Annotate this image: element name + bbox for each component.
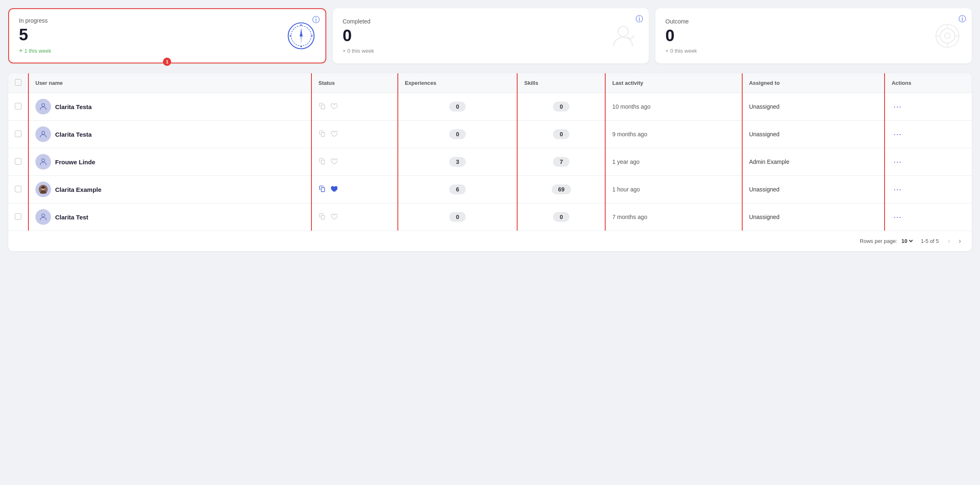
users-table: User name Status Experiences Skills Last…: [8, 73, 972, 231]
svg-point-12: [945, 33, 950, 39]
svg-rect-26: [321, 187, 325, 191]
copy-icon-2[interactable]: [318, 130, 326, 139]
svg-rect-28: [321, 215, 325, 219]
spacer-col: [237, 148, 311, 176]
table-row: Clarita Testa 009 months agoUnassigned⋯: [8, 121, 972, 148]
more-actions-button-1[interactable]: ⋯: [892, 100, 904, 113]
copy-icon-1[interactable]: [318, 102, 326, 112]
stat-card-left-completed: Completed 0 + 0 this week: [343, 18, 374, 54]
svg-rect-22: [321, 160, 325, 164]
more-actions-button-5[interactable]: ⋯: [892, 210, 904, 224]
svg-point-5: [300, 24, 302, 26]
status-icons-4: [318, 185, 391, 194]
table-footer: Rows per page: 10 25 50 1-5 of 5 ‹ ›: [8, 231, 972, 251]
svg-point-17: [42, 104, 44, 107]
last-activity-1: 10 months ago: [612, 103, 650, 110]
row-checkbox-4[interactable]: [15, 186, 21, 192]
last-activity-3: 1 year ago: [612, 159, 639, 165]
assigned-to-5: Unassigned: [749, 214, 780, 220]
page-info: 1-5 of 5: [921, 238, 939, 244]
stat-week-completed: + 0 this week: [343, 48, 374, 54]
annotation-badge-1: 1: [163, 58, 171, 66]
experiences-badge-5: 0: [449, 212, 466, 222]
skills-badge-2: 0: [553, 129, 569, 139]
info-icon-inprogress[interactable]: ⓘ: [312, 15, 320, 25]
svg-marker-3: [300, 28, 302, 36]
th-empty: [237, 73, 311, 93]
row-checkbox-1[interactable]: [15, 103, 21, 110]
th-checkbox: [8, 73, 28, 93]
user-name-5: Clarita Test: [55, 214, 88, 221]
avatar-3: [35, 154, 51, 170]
user-name-2: Clarita Testa: [55, 131, 92, 138]
stat-number-completed: 0: [343, 27, 374, 44]
avatar-4: [35, 182, 51, 197]
th-assigned-to: Assigned to: [742, 73, 885, 93]
experiences-badge-1: 0: [449, 102, 466, 112]
table-body: Clarita Testa 0010 months agoUnassigned⋯…: [8, 93, 972, 231]
like-icon-4[interactable]: [330, 185, 337, 194]
svg-rect-20: [321, 132, 325, 136]
svg-point-8: [311, 35, 313, 37]
rows-per-page-select[interactable]: 10 25 50: [900, 238, 914, 245]
skills-badge-1: 0: [553, 102, 569, 112]
more-actions-button-3[interactable]: ⋯: [892, 155, 904, 168]
table-header-row: User name Status Experiences Skills Last…: [8, 73, 972, 93]
last-activity-2: 9 months ago: [612, 131, 647, 138]
table-row: Clarita Example 6691 hour agoUnassigned⋯: [8, 176, 972, 203]
assigned-to-2: Unassigned: [749, 131, 780, 138]
status-icons-5: [318, 212, 391, 222]
th-last-activity: Last activity: [605, 73, 742, 93]
copy-icon-4[interactable]: [318, 185, 326, 194]
svg-marker-4: [300, 36, 302, 44]
assigned-to-3: Admin Example: [749, 159, 790, 165]
pagination-nav: ‹ ›: [945, 236, 964, 246]
copy-icon-5[interactable]: [318, 212, 326, 222]
th-skills: Skills: [517, 73, 605, 93]
experiences-badge-3: 3: [449, 157, 466, 167]
plus-icon-inprogress: +: [19, 47, 23, 54]
select-all-checkbox[interactable]: [15, 79, 21, 86]
status-icons-1: [318, 102, 391, 112]
like-icon-1[interactable]: [330, 102, 337, 112]
stat-number-inprogress: 5: [19, 26, 51, 43]
row-checkbox-2[interactable]: [15, 131, 21, 137]
user-name-3: Frouwe Linde: [55, 159, 95, 166]
like-icon-5[interactable]: [330, 212, 337, 222]
svg-point-7: [290, 35, 291, 37]
more-actions-button-2[interactable]: ⋯: [892, 128, 904, 141]
user-cell-3: Frouwe Linde: [35, 154, 231, 170]
like-icon-2[interactable]: [330, 130, 337, 139]
table-row: Frouwe Linde 371 year agoAdmin Example⋯: [8, 148, 972, 176]
user-name-4: Clarita Example: [55, 186, 102, 193]
table-row: Clarita Test 007 months agoUnassigned⋯: [8, 203, 972, 231]
table-row: Clarita Testa 0010 months agoUnassigned⋯: [8, 93, 972, 121]
last-activity-4: 1 hour ago: [612, 186, 640, 193]
stat-week-inprogress: + 1 this week: [19, 47, 51, 54]
copy-icon-3[interactable]: [318, 157, 326, 167]
user-name-1: Clarita Testa: [55, 103, 92, 110]
user-cell-5: Clarita Test: [35, 209, 231, 225]
spacer-col: [237, 176, 311, 203]
th-actions: Actions: [885, 73, 972, 93]
prev-page-button[interactable]: ‹: [945, 236, 953, 246]
row-checkbox-5[interactable]: [15, 213, 21, 220]
more-actions-button-4[interactable]: ⋯: [892, 183, 904, 196]
avatar-1: [35, 99, 51, 114]
stat-card-left-inprogress: In progress 5 + 1 this week: [19, 17, 51, 54]
person-check-icon: [610, 21, 639, 50]
status-icons-2: [318, 130, 391, 139]
svg-point-27: [42, 214, 44, 217]
stat-label-completed: Completed: [343, 18, 374, 25]
stat-card-left-outcome: Outcome 0 + 0 this week: [665, 18, 697, 54]
user-cell-2: Clarita Testa: [35, 126, 231, 142]
avatar-5: [35, 209, 51, 225]
row-checkbox-3[interactable]: [15, 158, 21, 165]
stat-card-in-progress: ⓘ In progress 5 + 1 this week 1: [8, 8, 326, 63]
like-icon-3[interactable]: [330, 157, 337, 167]
next-page-button[interactable]: ›: [956, 236, 964, 246]
svg-point-25: [41, 186, 45, 189]
spacer-col: [237, 93, 311, 121]
compass-icon: [287, 21, 316, 50]
svg-rect-18: [321, 105, 325, 109]
